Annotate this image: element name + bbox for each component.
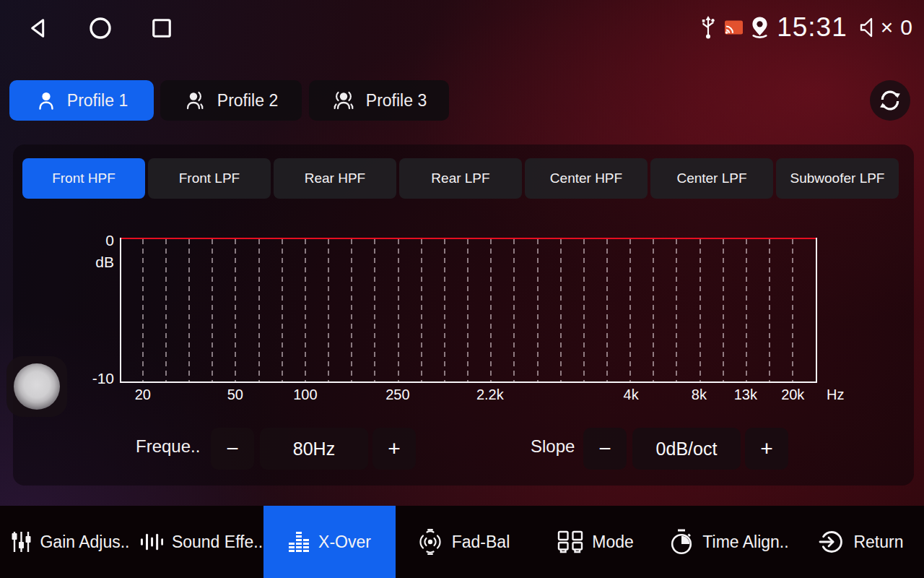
refresh-icon xyxy=(879,89,902,112)
frequency-plus-button[interactable]: + xyxy=(372,428,416,470)
gridline xyxy=(769,239,770,381)
nav-sound-effect[interactable]: Sound Effe.. xyxy=(137,506,266,578)
tab-front-hpf[interactable]: Front HPF xyxy=(22,158,145,199)
slope-label: Slope xyxy=(531,436,575,457)
gridline xyxy=(723,239,724,381)
gridline xyxy=(212,239,213,381)
home-icon xyxy=(89,17,112,40)
sound-effect-icon xyxy=(140,531,163,553)
gridline xyxy=(282,239,283,381)
gridline xyxy=(629,239,631,381)
x-tick: 250 xyxy=(385,387,409,403)
refresh-button[interactable] xyxy=(870,80,910,121)
usb-icon xyxy=(699,15,718,40)
gridline xyxy=(676,239,677,381)
slope-minus-button[interactable]: − xyxy=(583,428,627,470)
gridline xyxy=(398,239,399,381)
gridline xyxy=(699,239,701,381)
x-tick: 20k xyxy=(781,387,804,403)
frequency-value: 80Hz xyxy=(260,428,368,470)
nav-return[interactable]: Return xyxy=(813,506,910,578)
return-icon xyxy=(819,529,845,555)
frequency-label: Freque.. xyxy=(136,436,200,457)
frequency-minus-button[interactable]: − xyxy=(211,428,254,470)
gridline xyxy=(165,239,167,381)
tab-rear-lpf[interactable]: Rear LPF xyxy=(399,158,522,199)
gridline xyxy=(444,239,445,381)
gridline xyxy=(653,239,654,381)
gain-adjust-icon xyxy=(12,531,31,553)
slope-plus-button[interactable]: + xyxy=(745,428,788,470)
knob-icon xyxy=(14,363,60,410)
gridline xyxy=(374,239,375,381)
profile-label: Profile 2 xyxy=(217,91,278,111)
volume-muted-icon[interactable] xyxy=(858,17,876,38)
nav-gain-adjust[interactable]: Gain Adjus.. xyxy=(6,506,136,578)
person-echo-both-icon xyxy=(331,90,356,111)
xover-panel: Front HPF Front LPF Rear HPF Rear LPF Ce… xyxy=(13,144,914,486)
response-curve xyxy=(121,238,816,239)
gridline xyxy=(188,239,190,381)
tab-center-hpf[interactable]: Center HPF xyxy=(525,158,648,199)
gridline xyxy=(792,239,793,381)
gridline xyxy=(328,239,329,381)
y-axis-label: dB xyxy=(84,254,114,271)
nav-home-button[interactable] xyxy=(88,16,113,40)
person-echo-icon xyxy=(184,90,207,111)
nav-recents-button[interactable] xyxy=(149,16,174,40)
gridline xyxy=(258,239,260,381)
gridline xyxy=(537,239,539,381)
bottom-nav-bar: Gain Adjus.. Sound Effe.. X-Over xyxy=(0,506,924,578)
x-tick: 2.2k xyxy=(476,387,504,403)
volume-level: 0 xyxy=(900,15,912,40)
x-tick: 50 xyxy=(227,387,243,403)
x-tick: 100 xyxy=(293,387,317,403)
tab-center-lpf[interactable]: Center LPF xyxy=(650,158,773,199)
gridline xyxy=(560,239,562,381)
profile-3-button[interactable]: Profile 3 xyxy=(309,80,449,121)
gridline xyxy=(305,239,306,381)
tab-subwoofer-lpf[interactable]: Subwoofer LPF xyxy=(776,158,899,199)
x-tick: 13k xyxy=(734,387,757,403)
profile-1-button[interactable]: Profile 1 xyxy=(9,80,154,121)
clock: 15:31 xyxy=(777,12,847,43)
frequency-response-plot: 20 50 100 250 2.2k 4k 8k 13k 20k Hz xyxy=(120,238,817,383)
gridline xyxy=(583,239,585,381)
slope-value: 0dB/oct xyxy=(632,428,741,470)
tab-front-lpf[interactable]: Front LPF xyxy=(148,158,271,199)
x-axis-unit: Hz xyxy=(827,387,844,403)
nav-back-button[interactable] xyxy=(27,16,52,40)
gridline xyxy=(421,239,422,381)
floating-knob-button[interactable] xyxy=(6,356,67,417)
cast-icon xyxy=(725,20,743,35)
nav-fad-bal[interactable]: Fad-Bal xyxy=(409,506,518,578)
back-icon xyxy=(29,17,51,39)
gridline xyxy=(746,239,747,381)
mode-icon xyxy=(557,530,583,553)
tab-rear-hpf[interactable]: Rear HPF xyxy=(274,158,396,199)
profile-label: Profile 1 xyxy=(67,91,128,111)
person-icon xyxy=(35,90,57,111)
recents-icon xyxy=(151,17,173,39)
nav-mode[interactable]: Mode xyxy=(550,506,641,578)
location-icon xyxy=(750,16,770,40)
status-bar-right: 15:31 × 0 xyxy=(699,9,912,46)
gridline xyxy=(235,239,236,381)
nav-time-align[interactable]: Time Align.. xyxy=(663,506,796,578)
xover-icon xyxy=(288,530,310,553)
profile-label: Profile 3 xyxy=(366,91,427,111)
profile-2-button[interactable]: Profile 2 xyxy=(160,80,302,121)
filter-tab-row: Front HPF Front LPF Rear HPF Rear LPF Ce… xyxy=(22,158,899,199)
gridline xyxy=(467,239,468,381)
fad-bal-icon xyxy=(417,529,443,555)
volume-mute-glyph: × xyxy=(881,15,894,40)
gridline xyxy=(490,239,492,381)
time-align-icon xyxy=(669,529,694,555)
x-tick: 8k xyxy=(692,387,707,403)
y-axis-top-tick: 0 xyxy=(84,232,114,249)
nav-x-over[interactable]: X-Over xyxy=(263,506,396,578)
y-axis-bottom-tick: -10 xyxy=(84,370,114,387)
gridline xyxy=(606,239,608,381)
gridline xyxy=(142,239,144,381)
gridline xyxy=(351,239,352,381)
